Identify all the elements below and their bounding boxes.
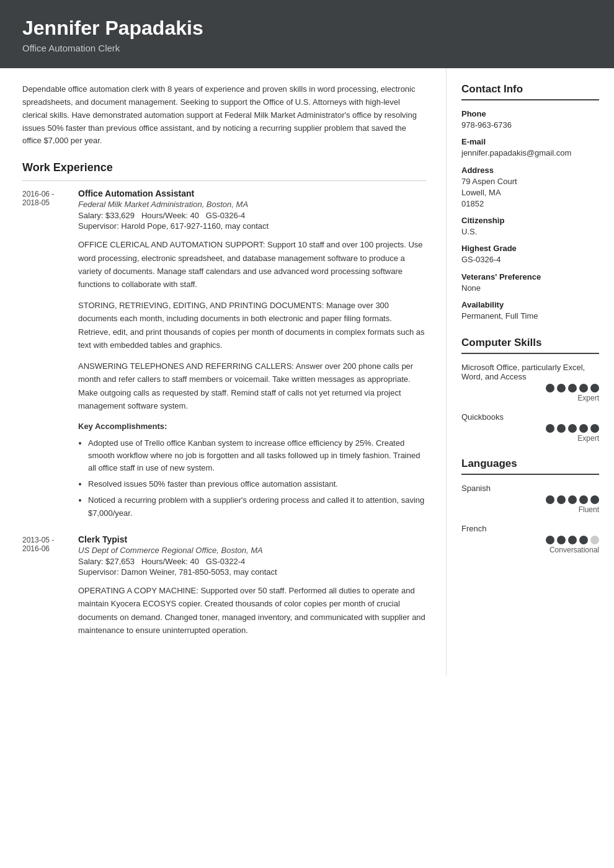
job-title-2: Clerk Typist: [78, 534, 426, 544]
dot-2: [557, 424, 566, 433]
highest-grade-value: GS-0326-4: [461, 254, 599, 265]
job-desc-para-1-3: ANSWERING TELEPHONES AND REFERRING CALLE…: [78, 360, 426, 413]
accomplishment-1-2: Resolved issues 50% faster than previous…: [88, 478, 426, 490]
skill-quickbooks-name: Quickbooks: [461, 412, 599, 422]
email-value: jennifer.papadakis@gmail.com: [461, 148, 599, 159]
dot-5: [590, 384, 599, 392]
phone-label: Phone: [461, 109, 599, 118]
dot-5: [590, 495, 599, 504]
availability-value: Permanent, Full Time: [461, 311, 599, 322]
job-supervisor-2: Supervisor: Damon Weiner, 781-850-5053, …: [78, 567, 426, 577]
dot-1: [546, 536, 554, 544]
job-title-1: Office Automation Assistant: [78, 188, 426, 198]
languages-title: Languages: [461, 458, 599, 470]
language-french: French Conversational: [461, 524, 599, 554]
computer-skills-title: Computer Skills: [461, 337, 599, 349]
main-layout: Dependable office automation clerk with …: [0, 68, 614, 675]
job-desc-para-1-2: STORING, RETRIEVING, EDITING, AND PRINTI…: [78, 299, 426, 352]
dot-1: [546, 424, 554, 433]
job-meta-salary-2: Salary: $27,653 Hours/Week: 40 GS-0322-4: [78, 557, 426, 566]
language-french-name: French: [461, 524, 599, 533]
language-spanish-name: Spanish: [461, 484, 599, 493]
accomplishments-label-1: Key Accomplishments:: [78, 420, 426, 433]
skill-quickbooks-dots: [461, 424, 599, 433]
job-details-2: Clerk Typist US Dept of Commerce Regiona…: [78, 534, 426, 645]
job-entry-1: 2016-06 -2018-05 Office Automation Assis…: [22, 188, 426, 523]
skill-ms-office-name: Microsoft Office, particularly Excel, Wo…: [461, 363, 599, 381]
language-french-dots: [461, 536, 599, 544]
job-details-1: Office Automation Assistant Federal Milk…: [78, 188, 426, 523]
skill-quickbooks: Quickbooks Expert: [461, 412, 599, 443]
language-french-level: Conversational: [461, 546, 599, 554]
address-line2: Lowell, MA: [461, 188, 501, 197]
dot-3: [568, 424, 577, 433]
skill-ms-office-level: Expert: [461, 394, 599, 402]
job-meta-salary-1: Salary: $33,629 Hours/Week: 40 GS-0326-4: [78, 211, 426, 220]
dot-2: [557, 495, 566, 504]
job-description-2: OPERATING A COPY MACHINE: Supported over…: [78, 584, 426, 637]
language-spanish-dots: [461, 495, 599, 504]
language-spanish: Spanish Fluent: [461, 484, 599, 514]
dot-5: [590, 424, 599, 433]
accomplishment-1-1: Adopted use of Trello office Kanban syst…: [88, 437, 426, 474]
language-spanish-level: Fluent: [461, 505, 599, 514]
job-org-2: US Dept of Commerce Regional Office, Bos…: [78, 546, 426, 555]
dot-2: [557, 536, 566, 544]
left-column: Dependable office automation clerk with …: [0, 68, 447, 675]
header: Jennifer Papadakis Office Automation Cle…: [0, 0, 614, 68]
veterans-label: Veterans' Preference: [461, 272, 599, 281]
summary: Dependable office automation clerk with …: [22, 83, 426, 148]
dot-4: [579, 495, 588, 504]
citizenship-value: U.S.: [461, 226, 599, 237]
veterans-value: None: [461, 283, 599, 294]
email-label: E-mail: [461, 137, 599, 146]
dot-2: [557, 384, 566, 392]
dot-1: [546, 384, 554, 392]
job-org-1: Federal Milk Market Administration, Bost…: [78, 200, 426, 209]
job-desc-para-2-1: OPERATING A COPY MACHINE: Supported over…: [78, 584, 426, 637]
highest-grade-label: Highest Grade: [461, 244, 599, 253]
job-dates-1: 2016-06 -2018-05: [22, 188, 78, 523]
availability-label: Availability: [461, 300, 599, 309]
address-line3: 01852: [461, 199, 484, 208]
job-desc-para-1-1: OFFICE CLERICAL AND AUTOMATION SUPPORT: …: [78, 238, 426, 291]
accomplishment-1-3: Noticed a recurring problem with a suppl…: [88, 494, 426, 519]
citizenship-label: Citizenship: [461, 216, 599, 225]
work-experience-title: Work Experience: [22, 161, 426, 174]
dot-4: [579, 424, 588, 433]
dot-5-empty: [590, 536, 599, 544]
dot-1: [546, 495, 554, 504]
skill-ms-office-dots: [461, 384, 599, 392]
job-dates-2: 2013-05 -2016-06: [22, 534, 78, 645]
address-value: 79 Aspen Court Lowell, MA 01852: [461, 176, 599, 210]
skill-quickbooks-level: Expert: [461, 434, 599, 443]
dot-3: [568, 384, 577, 392]
contact-section-title: Contact Info: [461, 83, 599, 95]
right-column: Contact Info Phone 978-963-6736 E-mail j…: [447, 68, 614, 589]
address-label: Address: [461, 166, 599, 175]
dot-3: [568, 495, 577, 504]
contact-section: Contact Info Phone 978-963-6736 E-mail j…: [461, 83, 599, 322]
dot-3: [568, 536, 577, 544]
phone-value: 978-963-6736: [461, 120, 599, 131]
address-line1: 79 Aspen Court: [461, 177, 517, 186]
accomplishments-list-1: Adopted use of Trello office Kanban syst…: [88, 437, 426, 520]
computer-skills-section: Computer Skills Microsoft Office, partic…: [461, 337, 599, 443]
job-entry-2: 2013-05 -2016-06 Clerk Typist US Dept of…: [22, 534, 426, 645]
job-supervisor-1: Supervisor: Harold Pope, 617-927-1160, m…: [78, 221, 426, 231]
work-experience-section: Work Experience 2016-06 -2018-05 Office …: [22, 161, 426, 644]
dot-4: [579, 536, 588, 544]
candidate-name: Jennifer Papadakis: [22, 17, 592, 39]
skill-ms-office: Microsoft Office, particularly Excel, Wo…: [461, 363, 599, 402]
candidate-title: Office Automation Clerk: [22, 43, 592, 53]
dot-4: [579, 384, 588, 392]
languages-section: Languages Spanish Fluent French: [461, 458, 599, 554]
job-description-1: OFFICE CLERICAL AND AUTOMATION SUPPORT: …: [78, 238, 426, 520]
